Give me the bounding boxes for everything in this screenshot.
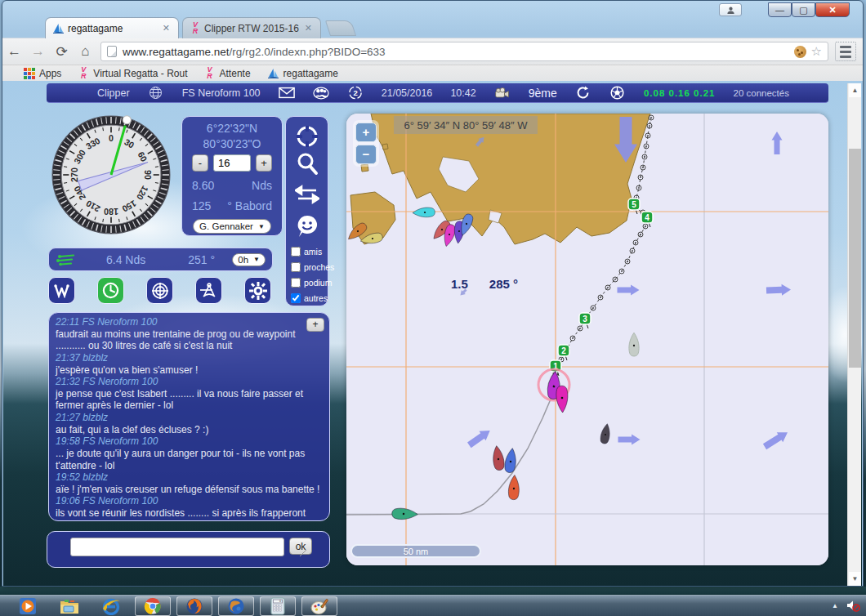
opponents-icon[interactable]: 2: [347, 86, 364, 100]
chat-input[interactable]: [70, 538, 284, 556]
home-button[interactable]: ⌂: [74, 43, 97, 60]
refresh-icon[interactable]: [575, 86, 591, 100]
sextant-icon: [200, 283, 218, 299]
scrollbar-up-button[interactable]: ▲: [849, 83, 861, 97]
tab-close-icon[interactable]: ✕: [303, 23, 314, 33]
page-icon[interactable]: [107, 46, 117, 57]
polars-button[interactable]: [48, 277, 75, 304]
profile-button[interactable]: [719, 3, 742, 16]
scrollbar-down-button[interactable]: ▼: [849, 572, 861, 586]
svg-text:90: 90: [143, 170, 153, 180]
sail-select-value: G. Gennaker: [199, 221, 253, 231]
map-zoom-in-button[interactable]: +: [355, 123, 377, 142]
layer-checkbox-podium[interactable]: podium: [291, 275, 328, 290]
new-tab-button[interactable]: [325, 20, 356, 36]
layer-checkbox-autres[interactable]: autres: [291, 290, 328, 306]
bookmark-attente[interactable]: VR Attente: [204, 67, 251, 78]
forecast-select[interactable]: 0h ▼: [232, 253, 266, 266]
browser-window: — ▢ ✕ regattagame ✕ VR Clipper RTW 2015-…: [2, 0, 864, 587]
header-date: 21/05/2016: [382, 87, 433, 99]
heading-minus-button[interactable]: -: [192, 154, 208, 172]
map-tools-panel: amis proches podium autres: [285, 116, 328, 306]
vr-favicon: VR: [204, 67, 216, 78]
layer-checkbox-amis[interactable]: amis: [291, 243, 328, 259]
wind-angle-unit: ° Babord: [227, 199, 272, 212]
swap-arrows-icon[interactable]: [295, 179, 319, 210]
opponents-count: 2: [353, 88, 357, 97]
map-panel[interactable]: 12354 6° 59′ 34″ N 80° 59′ 48″ W + − 1.5…: [346, 114, 828, 565]
taskbar-icon-media-player[interactable]: [10, 596, 46, 616]
chat-message: 21:27 blzblzau fait, qui a la clef des é…: [56, 412, 323, 435]
center-target-icon[interactable]: [295, 123, 319, 149]
header-rank: 9ème: [529, 87, 557, 100]
map-zoom-out-button[interactable]: −: [355, 145, 377, 164]
tray-volume-icon[interactable]: [846, 599, 861, 612]
bookmark-label: Apps: [39, 68, 61, 79]
layer-checkbox-proches[interactable]: proches: [291, 259, 328, 275]
timer-button[interactable]: [97, 277, 124, 304]
scrollbar-thumb[interactable]: [849, 149, 861, 368]
gear-icon: [249, 282, 267, 300]
layer-label: proches: [304, 262, 334, 272]
svg-text:3: 3: [583, 315, 587, 324]
globe-icon[interactable]: [148, 86, 164, 100]
sextant-button[interactable]: [195, 277, 222, 304]
svg-text:5: 5: [632, 200, 636, 209]
titlebar[interactable]: — ▢ ✕: [2, 1, 863, 17]
tray-expand-icon[interactable]: ▲: [832, 602, 838, 609]
taskbar-icon-dvd-maker[interactable]: [218, 596, 254, 616]
tab-regattagame[interactable]: regattagame ✕: [45, 17, 179, 38]
nav-panel: 6°22'32"N 80°30'23"O - + 8.60 Nds 125 ° …: [181, 116, 283, 236]
heading-input[interactable]: [213, 154, 251, 172]
helm-button[interactable]: [146, 277, 173, 304]
layer-label: amis: [304, 247, 322, 257]
compass[interactable]: 0306090120150180210240270300330: [50, 114, 172, 236]
bookmark-star-icon[interactable]: ☆: [811, 44, 822, 59]
football-icon[interactable]: [609, 86, 626, 100]
crew-icon[interactable]: [313, 86, 329, 100]
layer-label: podium: [304, 278, 332, 288]
taskbar-icon-chrome[interactable]: [135, 596, 171, 616]
cookie-icon[interactable]: [794, 46, 806, 58]
reload-button[interactable]: ⟳: [50, 43, 74, 60]
sail-select[interactable]: G. Gennaker ▼: [193, 219, 271, 234]
svg-text:2: 2: [561, 346, 566, 355]
chat-expand-button[interactable]: +: [306, 318, 324, 332]
address-bar[interactable]: www.regattagame.net/rg/rg2.0/indexn.php?…: [100, 42, 828, 61]
boat-speed-unit: Nds: [252, 179, 272, 192]
forward-button[interactable]: →: [26, 43, 50, 60]
browser-scrollbar[interactable]: ▲ ▼: [847, 83, 861, 586]
polars-icon: [53, 283, 70, 298]
bookmark-apps[interactable]: Apps: [24, 68, 61, 79]
mail-icon[interactable]: [279, 86, 295, 100]
chat-panel[interactable]: + 22:11 FS Neroform 100faudrait au moins…: [48, 312, 330, 521]
back-button[interactable]: ←: [2, 43, 26, 60]
bookmark-virtual-regatta[interactable]: VR Virtual Regatta - Rout: [78, 67, 187, 78]
taskbar-icon-paint[interactable]: [301, 596, 337, 616]
taskbar-icon-explorer[interactable]: [51, 596, 87, 616]
person-icon: [726, 6, 735, 15]
magnifier-icon[interactable]: [296, 149, 319, 179]
bookmark-regattagame[interactable]: regattagame: [267, 68, 338, 79]
svg-text:4: 4: [645, 213, 650, 222]
island: [382, 144, 388, 150]
resize-grip[interactable]: [300, 550, 306, 556]
heading-plus-button[interactable]: +: [256, 154, 272, 172]
taskbar-icon-calculator[interactable]: 0: [260, 596, 296, 616]
chat-message: 19:06 FS Neroform 100ils vont se réunir …: [56, 495, 323, 521]
tab-strip: regattagame ✕ VR Clipper RTW 2015-16 ✕: [2, 16, 863, 38]
replay-camera-icon[interactable]: [494, 86, 511, 100]
chat-message: 19:58 FS Neroform 100... je doute qu'il …: [56, 435, 323, 471]
latitude-value: 6°22'32"N: [182, 122, 282, 135]
settings-button[interactable]: [244, 277, 271, 304]
regattagame-favicon: [267, 68, 279, 78]
map-speed-value: 1.5: [451, 277, 468, 291]
tab-clipper-rtw[interactable]: VR Clipper RTW 2015-16 ✕: [182, 17, 321, 38]
chat-bubble-icon[interactable]: [295, 211, 319, 242]
taskbar-icon-internet-explorer[interactable]: [93, 596, 129, 616]
taskbar-icon-firefox[interactable]: [176, 596, 212, 616]
tab-close-icon[interactable]: ✕: [161, 23, 172, 33]
url-text[interactable]: www.regattagame.net/rg/rg2.0/indexn.php?…: [123, 46, 794, 58]
layer-toggles: amis proches podium autres: [286, 243, 328, 306]
menu-button[interactable]: [835, 42, 856, 61]
